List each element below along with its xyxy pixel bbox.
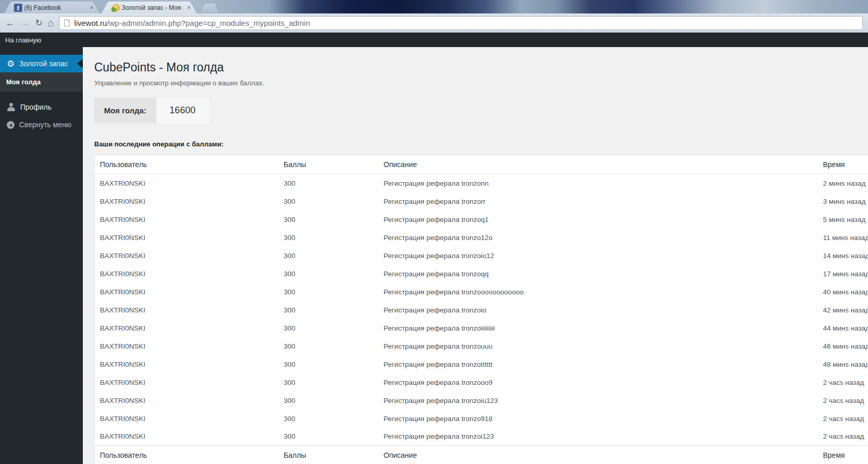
column-header-points: Баллы bbox=[278, 446, 378, 464]
table-row: BAXTRI0NSKI 300 Регистрация реферала tro… bbox=[95, 192, 868, 211]
sidebar-item-label: Профиль bbox=[20, 103, 51, 111]
cell-points: 300 bbox=[278, 247, 378, 265]
cell-user: BAXTRI0NSKI bbox=[95, 229, 278, 247]
cell-time: 14 минs назад bbox=[818, 247, 868, 265]
table-row: BAXTRI0NSKI 300 Регистрация реферала tro… bbox=[95, 410, 868, 428]
table-row: BAXTRI0NSKI 300 Регистрация реферала tro… bbox=[95, 229, 868, 247]
cell-points: 300 bbox=[278, 283, 378, 301]
cell-points: 300 bbox=[278, 229, 378, 247]
gear-icon: ⚙ bbox=[7, 59, 14, 68]
collapse-menu-icon: ◀ bbox=[7, 121, 14, 129]
column-header-description: Описание bbox=[378, 446, 818, 464]
cell-description: Регистрация реферала tronzooo9 bbox=[378, 373, 818, 392]
tab-facebook[interactable]: f (6) Facebook × bbox=[4, 2, 99, 13]
cell-points: 300 bbox=[278, 392, 378, 410]
cell-user: BAXTRI0NSKI bbox=[95, 355, 278, 373]
table-row: BAXTRI0NSKI 300 Регистрация реферала tro… bbox=[95, 211, 868, 229]
cell-user: BAXTRI0NSKI bbox=[95, 192, 278, 211]
cell-time: 42 минs назад bbox=[818, 301, 868, 319]
cell-user: BAXTRI0NSKI bbox=[95, 265, 278, 283]
cell-points: 300 bbox=[278, 211, 378, 229]
column-header-points: Баллы bbox=[278, 155, 378, 174]
cell-points: 300 bbox=[278, 428, 378, 446]
cell-description: Регистрация реферала tronzoi123 bbox=[378, 428, 818, 446]
url-domain: livewot.ru bbox=[74, 19, 107, 27]
new-tab-button[interactable] bbox=[201, 4, 218, 12]
table-row: BAXTRI0NSKI 300 Регистрация реферала tro… bbox=[95, 174, 868, 192]
page-icon bbox=[64, 19, 70, 26]
sidebar-item-collapse-menu[interactable]: ◀ Свернуть меню bbox=[0, 116, 83, 133]
cell-description: Регистрация реферала tronzo918 bbox=[378, 410, 818, 428]
cell-time: 17 минs назад bbox=[818, 265, 868, 283]
points-value: 16600 bbox=[156, 98, 209, 123]
cell-time: 11 минs назад bbox=[818, 229, 868, 247]
admin-bar-home-link[interactable]: На главную bbox=[5, 36, 41, 44]
cell-user: BAXTRI0NSKI bbox=[95, 410, 278, 428]
cell-user: BAXTRI0NSKI bbox=[95, 211, 278, 229]
points-summary-box: Моя голда: 16600 bbox=[94, 98, 209, 123]
cell-time: 48 минs назад bbox=[818, 355, 868, 373]
tab-close-icon[interactable]: × bbox=[185, 4, 193, 11]
facebook-favicon: f bbox=[14, 4, 22, 12]
tab-cubepoints[interactable]: Золотой запас - Моя гол, × bbox=[101, 2, 197, 13]
points-label: Моя голда: bbox=[94, 98, 156, 123]
tab-close-icon[interactable]: × bbox=[88, 4, 95, 11]
home-icon[interactable]: ⌂ bbox=[48, 18, 54, 28]
cell-description: Регистрация реферала tronzo12o bbox=[378, 229, 818, 247]
cell-time: 40 минs назад bbox=[818, 283, 868, 301]
browser-tab-strip: f (6) Facebook × Золотой запас - Моя гол… bbox=[0, 0, 868, 13]
cell-user: BAXTRI0NSKI bbox=[95, 428, 278, 446]
column-header-time: Время bbox=[818, 446, 868, 464]
cell-description: Регистрация реферала tronzotttttt bbox=[378, 355, 818, 373]
column-header-user: Пользователь bbox=[95, 155, 278, 174]
cell-user: BAXTRI0NSKI bbox=[95, 247, 278, 265]
table-row: BAXTRI0NSKI 300 Регистрация реферала tro… bbox=[95, 428, 868, 446]
cell-user: BAXTRI0NSKI bbox=[95, 283, 278, 301]
cell-description: Регистрация реферала tronzoio bbox=[378, 301, 818, 319]
tab-title: (6) Facebook bbox=[24, 4, 86, 11]
cell-user: BAXTRI0NSKI bbox=[95, 392, 278, 410]
tab-title: Золотой запас - Моя гол, bbox=[122, 4, 183, 11]
column-header-user: Пользователь bbox=[95, 446, 278, 464]
sidebar-item-my-gold[interactable]: Моя голда bbox=[0, 73, 83, 91]
cell-time: 2 часs назад bbox=[818, 373, 868, 392]
cell-points: 300 bbox=[278, 301, 378, 319]
table-row: BAXTRI0NSKI 300 Регистрация реферала tro… bbox=[95, 355, 868, 373]
cell-time: 44 минs назад bbox=[818, 319, 868, 337]
table-row: BAXTRI0NSKI 300 Регистрация реферала tro… bbox=[95, 301, 868, 319]
sidebar-item-profile[interactable]: Профиль bbox=[0, 98, 83, 116]
cell-points: 300 bbox=[278, 355, 378, 373]
cell-time: 3 минs назад bbox=[818, 192, 868, 211]
sidebar-separator bbox=[0, 92, 83, 98]
page-title: CubePoints - Моя голда bbox=[94, 61, 868, 74]
browser-toolbar: ← → ↻ ⌂ livewot.ru/wp-admin/admin.php?pa… bbox=[0, 13, 868, 33]
cell-user: BAXTRI0NSKI bbox=[95, 301, 278, 319]
sidebar-item-gold-reserve[interactable]: ⚙ Золотой запас bbox=[0, 55, 83, 72]
cell-description: Регистрация реферала tronzoooooooooooo bbox=[378, 283, 818, 301]
cell-description: Регистрация реферала tronzouuu bbox=[378, 337, 818, 355]
cell-points: 300 bbox=[278, 174, 378, 192]
column-header-time: Время bbox=[818, 155, 868, 174]
transactions-table: Пользователь Баллы Описание Время BAXTRI… bbox=[94, 155, 868, 464]
back-icon[interactable]: ← bbox=[5, 18, 15, 28]
table-row: BAXTRI0NSKI 300 Регистрация реферала tro… bbox=[95, 337, 868, 355]
url-text[interactable]: livewot.ru/wp-admin/admin.php?page=cp_mo… bbox=[74, 19, 310, 27]
cell-description: Регистрация реферала tronzoqq bbox=[378, 265, 818, 283]
table-row: BAXTRI0NSKI 300 Регистрация реферала tro… bbox=[95, 392, 868, 410]
cell-description: Регистрация реферала tronzonn bbox=[378, 174, 818, 192]
table-footer-row: Пользователь Баллы Описание Время bbox=[95, 446, 868, 464]
cell-time: 2 часs назад bbox=[818, 428, 868, 446]
cell-time: 46 минs назад bbox=[818, 337, 868, 355]
address-bar[interactable]: livewot.ru/wp-admin/admin.php?page=cp_mo… bbox=[59, 16, 863, 30]
cell-points: 300 bbox=[278, 319, 378, 337]
cell-points: 300 bbox=[278, 373, 378, 392]
cell-user: BAXTRI0NSKI bbox=[95, 174, 278, 192]
sidebar-item-label: Моя голда bbox=[6, 78, 40, 86]
table-header-row: Пользователь Баллы Описание Время bbox=[95, 155, 868, 174]
cell-points: 300 bbox=[278, 410, 378, 428]
wp-admin-menu: ⚙ Золотой запас Моя голда Профиль ◀ Свер… bbox=[0, 47, 83, 464]
table-row: BAXTRI0NSKI 300 Регистрация реферала tro… bbox=[95, 247, 868, 265]
user-icon bbox=[7, 103, 16, 111]
cell-description: Регистрация реферала tronzoiu123 bbox=[378, 392, 818, 410]
reload-icon[interactable]: ↻ bbox=[35, 19, 42, 27]
